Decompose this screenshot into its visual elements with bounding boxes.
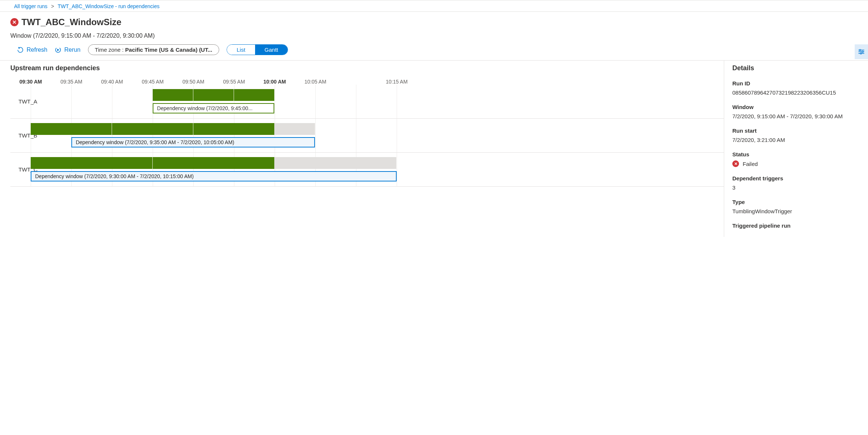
view-toggle: List Gantt [227, 44, 288, 55]
gantt-row: TWT_BDependency window (7/2/2020, 9:35:0… [10, 119, 724, 153]
svg-point-6 [860, 53, 862, 54]
page-header: ✕ TWT_ABC_WindowSize Window (7/2/2020, 9… [0, 12, 868, 39]
detail-runid-value: 08586078964270732198223206356CU15 [732, 89, 860, 96]
gantt-panel: Upstream run dependencies 09:30 AM09:35 … [0, 61, 724, 237]
timezone-value: Pacific Time (US & Canada) (UT... [125, 47, 213, 53]
gantt-row-track: Dependency window (7/2/2020, 9:35:00 AM … [47, 119, 724, 152]
error-icon: ✕ [732, 160, 739, 167]
gantt-run-bar[interactable] [31, 123, 274, 135]
svg-point-4 [862, 51, 864, 52]
gantt-pending-bar [274, 123, 315, 135]
detail-runstart-label: Run start [732, 128, 860, 134]
sliders-icon [858, 48, 865, 55]
detail-type-label: Type [732, 199, 860, 205]
detail-window-value: 7/2/2020, 9:15:00 AM - 7/2/2020, 9:30:00… [732, 113, 860, 119]
time-tick: 10:00 AM [254, 79, 295, 85]
window-subtitle: Window (7/2/2020, 9:15:00 AM - 7/2/2020,… [10, 33, 858, 39]
refresh-label: Refresh [27, 47, 47, 53]
time-tick: 09:45 AM [132, 79, 173, 85]
gantt-row-label: TWT_A [10, 85, 47, 118]
gantt-dependency-window[interactable]: Dependency window (7/2/2020, 9:45:00... [153, 103, 275, 113]
toolbar: Refresh Rerun Time zone : Pacific Time (… [0, 39, 868, 60]
gantt-row: TWT_CDependency window (7/2/2020, 9:30:0… [10, 153, 724, 187]
timezone-selector[interactable]: Time zone : Pacific Time (US & Canada) (… [88, 44, 220, 55]
details-heading: Details [732, 64, 860, 72]
detail-window-label: Window [732, 104, 860, 110]
breadcrumb-separator: > [51, 3, 54, 9]
gantt-dependency-window[interactable]: Dependency window (7/2/2020, 9:35:00 AM … [71, 137, 315, 147]
view-gantt-button[interactable]: Gantt [255, 45, 288, 55]
detail-status-text: Failed [743, 161, 758, 167]
time-tick: 10:15 AM [376, 79, 417, 85]
gantt-run-bar[interactable] [31, 157, 274, 169]
gantt-row: TWT_ADependency window (7/2/2020, 9:45:0… [10, 85, 724, 119]
detail-dependent-label: Dependent triggers [732, 175, 860, 181]
time-tick: 09:55 AM [214, 79, 254, 85]
time-tick [336, 79, 376, 85]
details-panel: Details Run ID 0858607896427073219822320… [724, 61, 868, 237]
page-title: TWT_ABC_WindowSize [21, 17, 121, 27]
time-tick: 09:50 AM [173, 79, 214, 85]
rerun-icon [55, 47, 61, 53]
gantt-row-track: Dependency window (7/2/2020, 9:30:00 AM … [47, 153, 724, 186]
rerun-label: Rerun [64, 47, 81, 53]
refresh-icon [17, 47, 24, 53]
detail-pipeline-label: Triggered pipeline run [732, 222, 860, 229]
svg-point-2 [859, 50, 861, 51]
time-tick: 10:05 AM [295, 79, 336, 85]
rerun-button[interactable]: Rerun [55, 47, 81, 53]
time-tick: 09:40 AM [92, 79, 132, 85]
refresh-button[interactable]: Refresh [17, 47, 47, 53]
breadcrumb-current-link[interactable]: TWT_ABC_WindowSize - run dependencies [58, 3, 159, 9]
breadcrumb: All trigger runs > TWT_ABC_WindowSize - … [0, 0, 868, 11]
time-tick: 09:30 AM [10, 79, 51, 85]
gantt-time-scale: 09:30 AM09:35 AM09:40 AM09:45 AM09:50 AM… [10, 79, 724, 85]
time-tick: 09:35 AM [51, 79, 92, 85]
gantt-body: TWT_ADependency window (7/2/2020, 9:45:0… [10, 85, 724, 187]
error-icon: ✕ [10, 18, 18, 26]
settings-panel-button[interactable] [855, 44, 868, 59]
detail-runid-label: Run ID [732, 80, 860, 86]
breadcrumb-root-link[interactable]: All trigger runs [14, 3, 47, 9]
gantt-row-track: Dependency window (7/2/2020, 9:45:00... [47, 85, 724, 118]
detail-status-label: Status [732, 151, 860, 157]
detail-status-value: ✕ Failed [732, 160, 860, 167]
gantt-pending-bar [274, 157, 396, 169]
timezone-label: Time zone : [95, 47, 125, 53]
gantt-run-bar[interactable] [153, 89, 275, 101]
gantt-dependency-window[interactable]: Dependency window (7/2/2020, 9:30:00 AM … [31, 171, 397, 181]
detail-runstart-value: 7/2/2020, 3:21:00 AM [732, 137, 860, 143]
detail-type-value: TumblingWindowTrigger [732, 208, 860, 214]
detail-dependent-value: 3 [732, 184, 860, 191]
upstream-title: Upstream run dependencies [10, 64, 724, 72]
view-list-button[interactable]: List [227, 45, 255, 55]
